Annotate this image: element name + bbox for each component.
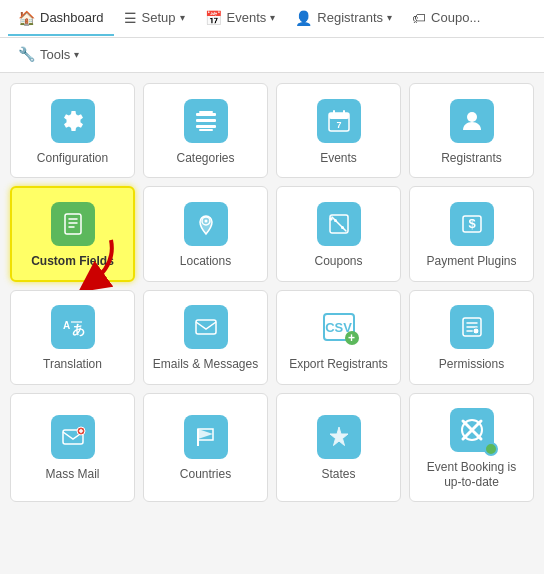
grid-item-configuration[interactable]: Configuration [10, 83, 135, 178]
svg-text:$: $ [468, 216, 476, 231]
export-registrants-label: Export Registrants [289, 357, 388, 373]
svg-text:7: 7 [336, 120, 341, 130]
grid-item-emails-messages[interactable]: Emails & Messages [143, 290, 268, 385]
payment-plugins-icon: $ [450, 202, 494, 246]
grid-item-states[interactable]: States [276, 393, 401, 502]
registrants-caret: ▾ [387, 12, 392, 23]
configuration-label: Configuration [37, 151, 108, 167]
locations-icon [184, 202, 228, 246]
event-booking-icon [450, 408, 494, 452]
nav-events[interactable]: 📅 Events ▾ [195, 2, 286, 36]
events-grid-label: Events [320, 151, 357, 167]
grid-item-mass-mail[interactable]: Mass Mail [10, 393, 135, 502]
icon-grid: Configuration Categories 7 Events Regist… [0, 73, 544, 512]
grid-item-payment-plugins[interactable]: $ Payment Plugins [409, 186, 534, 282]
csv-icon: CSV + [323, 313, 355, 341]
setup-icon: ☰ [124, 10, 137, 26]
nav-dashboard-label: Dashboard [40, 10, 104, 25]
categories-label: Categories [176, 151, 234, 167]
event-booking-label: Event Booking is up-to-date [418, 460, 525, 491]
svg-point-20 [341, 226, 344, 229]
grid-item-translation[interactable]: Aあ Translation [10, 290, 135, 385]
events-grid-icon: 7 [317, 99, 361, 143]
translation-icon: Aあ [51, 305, 95, 349]
nav-registrants-label: Registrants [317, 10, 383, 25]
mass-mail-label: Mass Mail [45, 467, 99, 483]
svg-rect-3 [199, 111, 213, 113]
tools-icon: 🔧 [18, 46, 35, 62]
navbar: 🏠 Dashboard ☰ Setup ▾ 📅 Events ▾ 👤 Regis… [0, 0, 544, 38]
registrants-grid-label: Registrants [441, 151, 502, 167]
nav-events-label: Events [227, 10, 267, 25]
tools-caret: ▾ [74, 49, 79, 60]
grid-item-export-registrants[interactable]: CSV + Export Registrants [276, 290, 401, 385]
emails-messages-label: Emails & Messages [153, 357, 258, 373]
payment-plugins-label: Payment Plugins [426, 254, 516, 270]
states-label: States [321, 467, 355, 483]
nav-dashboard[interactable]: 🏠 Dashboard [8, 2, 114, 36]
configuration-icon [51, 99, 95, 143]
countries-label: Countries [180, 467, 231, 483]
grid-item-locations[interactable]: Locations [143, 186, 268, 282]
grid-item-permissions[interactable]: Permissions [409, 290, 534, 385]
svg-point-10 [467, 112, 477, 122]
svg-point-31 [473, 328, 479, 334]
locations-label: Locations [180, 254, 231, 270]
translation-label: Translation [43, 357, 102, 373]
grid-item-categories[interactable]: Categories [143, 83, 268, 178]
permissions-label: Permissions [439, 357, 504, 373]
svg-rect-6 [329, 113, 349, 119]
setup-caret: ▾ [180, 12, 185, 23]
categories-icon [184, 99, 228, 143]
svg-text:A: A [63, 320, 70, 331]
nav-coupons-label: Coupo... [431, 10, 480, 25]
grid-item-events[interactable]: 7 Events [276, 83, 401, 178]
nav-tools-label: Tools [40, 47, 70, 62]
nav-setup-label: Setup [142, 10, 176, 25]
registrants-grid-icon [450, 99, 494, 143]
events-icon: 📅 [205, 10, 222, 26]
grid-item-coupons[interactable]: Coupons [276, 186, 401, 282]
grid-item-event-booking[interactable]: Event Booking is up-to-date [409, 393, 534, 502]
nav-tools[interactable]: 🔧 Tools ▾ [8, 38, 89, 72]
events-caret: ▾ [270, 12, 275, 23]
states-icon [317, 415, 361, 459]
dashboard-icon: 🏠 [18, 10, 35, 26]
coupon-icon: 🏷 [412, 10, 426, 26]
svg-point-19 [334, 219, 337, 222]
nav-registrants[interactable]: 👤 Registrants ▾ [285, 2, 402, 36]
permissions-icon [450, 305, 494, 349]
countries-icon [184, 415, 228, 459]
event-booking-check-dot [484, 442, 498, 456]
nav-setup[interactable]: ☰ Setup ▾ [114, 2, 195, 36]
grid-item-custom-fields[interactable]: Custom Fields [10, 186, 135, 282]
svg-rect-4 [199, 129, 213, 131]
navbar-row2: 🔧 Tools ▾ [0, 38, 544, 73]
svg-rect-26 [196, 320, 216, 334]
csv-plus-icon: + [345, 331, 359, 345]
svg-text:あ: あ [72, 322, 85, 337]
emails-messages-icon [184, 305, 228, 349]
svg-marker-37 [198, 429, 213, 439]
mass-mail-icon [51, 415, 95, 459]
coupons-icon [317, 202, 361, 246]
grid-item-registrants[interactable]: Registrants [409, 83, 534, 178]
svg-rect-0 [196, 113, 216, 116]
grid-item-countries[interactable]: Countries [143, 393, 268, 502]
registrants-icon: 👤 [295, 10, 312, 26]
svg-rect-11 [65, 214, 81, 234]
red-arrow [71, 235, 121, 290]
svg-rect-1 [196, 119, 216, 122]
svg-rect-2 [196, 125, 216, 128]
nav-coupons[interactable]: 🏷 Coupo... [402, 2, 490, 36]
export-registrants-icon: CSV + [317, 305, 361, 349]
coupons-label: Coupons [314, 254, 362, 270]
